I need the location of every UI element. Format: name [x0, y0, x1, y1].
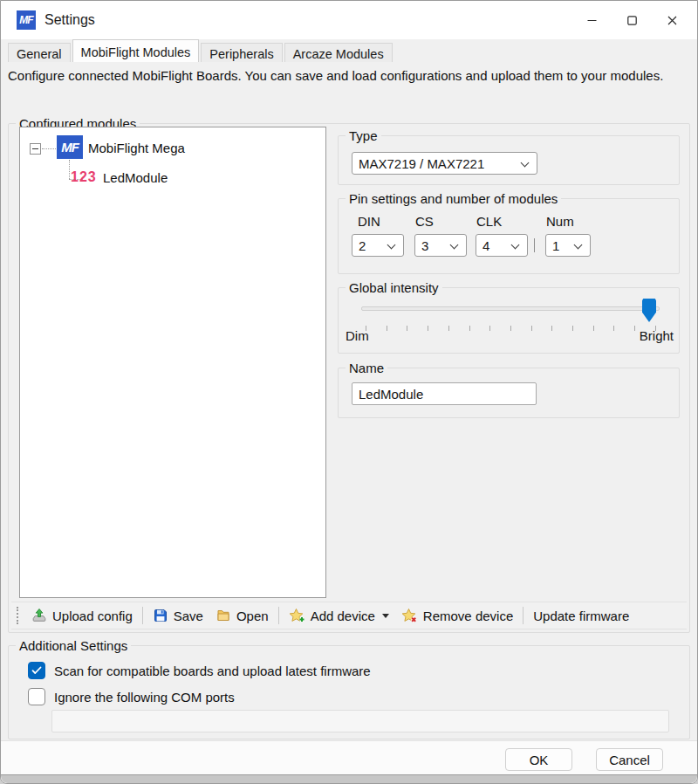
tab-peripherals[interactable]: Peripherals [201, 43, 282, 62]
name-label: Name [346, 361, 387, 375]
upload-config-button[interactable]: Upload config [25, 604, 139, 627]
upload-config-label: Upload config [52, 609, 133, 623]
name-groupbox: Name LedModule [338, 368, 680, 418]
dialog-footer: OK Cancel [1, 740, 697, 776]
type-combobox-value: MAX7219 / MAX7221 [359, 156, 484, 171]
intensity-min-label: Dim [346, 328, 369, 343]
additional-settings-label: Additional Settings [16, 638, 131, 653]
toolbar-grip-icon [17, 607, 18, 624]
cancel-button[interactable]: Cancel [596, 748, 663, 771]
close-icon [667, 16, 677, 25]
add-device-label: Add device [311, 609, 375, 623]
tab-page-mobiflight-modules: Configure connected MobiFlight Boards. Y… [1, 62, 697, 783]
close-button[interactable] [652, 1, 692, 39]
titlebar: MF Settings [1, 1, 697, 39]
din-combobox[interactable]: 2 [352, 234, 404, 257]
save-icon [153, 608, 168, 623]
chevron-down-icon [511, 241, 520, 250]
num-combobox[interactable]: 1 [545, 234, 591, 257]
configured-modules-groupbox: Configured modules MF MobiFlight Mega 12… [8, 123, 690, 633]
check-icon [31, 666, 42, 675]
clk-label: CLK [476, 214, 502, 229]
global-intensity-groupbox: Global intensity Dim Bright [338, 287, 680, 354]
window-controls [571, 1, 692, 39]
chevron-down-icon [387, 241, 396, 250]
num-combobox-value: 1 [552, 238, 559, 253]
cs-combobox-value: 3 [421, 238, 428, 253]
type-combobox[interactable]: MAX7219 / MAX7221 [352, 152, 537, 175]
scan-boards-row: Scan for compatible boards and upload la… [28, 662, 371, 679]
remove-device-label: Remove device [423, 609, 513, 623]
ignore-com-checkbox[interactable] [28, 688, 45, 705]
type-groupbox: Type MAX7219 / MAX7221 [338, 135, 680, 185]
type-label: Type [346, 128, 381, 143]
open-label: Open [236, 609, 269, 623]
add-device-star-icon [289, 608, 305, 623]
pin-settings-groupbox: Pin settings and number of modules DIN C… [338, 198, 680, 274]
maximize-icon [627, 16, 637, 25]
intensity-slider-ticks [366, 326, 656, 331]
window-bottom-edge [1, 774, 697, 783]
pin-separator [534, 238, 535, 252]
led-module-icon: 123 [71, 169, 97, 185]
dropdown-caret-icon [382, 614, 389, 618]
chevron-down-icon [450, 241, 459, 250]
cs-combobox[interactable]: 3 [414, 234, 467, 257]
tree-node-mobiflight-mega[interactable]: MF MobiFlight Mega [20, 134, 325, 162]
num-label: Num [546, 214, 574, 229]
tree-node-label: MobiFlight Mega [88, 141, 185, 155]
clk-combobox[interactable]: 4 [476, 234, 528, 257]
page-description: Configure connected MobiFlight Boards. Y… [8, 68, 684, 84]
minimize-button[interactable] [571, 1, 612, 39]
add-device-button[interactable]: Add device [283, 604, 395, 627]
minimize-icon [587, 16, 597, 25]
tab-arcaze-modules[interactable]: Arcaze Modules [284, 43, 393, 62]
additional-settings-groupbox: Additional Settings Scan for compatible … [8, 645, 690, 739]
mobiflight-board-icon: MF [57, 135, 83, 159]
intensity-slider-track[interactable] [361, 306, 660, 311]
settings-window: MF Settings General MobiFlight Modules P… [0, 0, 698, 784]
cs-label: CS [415, 214, 434, 229]
scan-boards-label: Scan for compatible boards and upload la… [54, 664, 371, 678]
chevron-down-icon [574, 241, 583, 250]
open-folder-icon [216, 608, 231, 623]
tabstrip: General MobiFlight Modules Peripherals A… [1, 39, 697, 62]
upload-config-icon [31, 608, 47, 623]
update-firmware-label: Update firmware [533, 609, 629, 623]
tab-mobiflight-modules[interactable]: MobiFlight Modules [72, 39, 200, 62]
tree-node-ledmodule[interactable]: 123 LedModule [20, 167, 325, 189]
ignore-com-row: Ignore the following COM ports [28, 688, 235, 705]
tab-general[interactable]: General [8, 43, 71, 62]
din-label: DIN [358, 214, 380, 229]
module-name-value: LedModule [359, 387, 423, 402]
tree-expander-icon[interactable] [30, 143, 41, 155]
scan-boards-checkbox[interactable] [28, 662, 45, 679]
update-firmware-button[interactable]: Update firmware [527, 605, 635, 627]
open-button[interactable]: Open [209, 604, 275, 627]
ok-button[interactable]: OK [505, 748, 572, 771]
clk-combobox-value: 4 [482, 238, 489, 253]
window-title: Settings [44, 12, 95, 28]
save-button[interactable]: Save [147, 604, 209, 627]
toolbar-separator [278, 607, 279, 624]
save-label: Save [174, 609, 203, 623]
intensity-slider-thumb[interactable] [642, 299, 656, 322]
modules-toolbar: Upload config Save [11, 602, 687, 629]
tree-node-label: LedModule [103, 170, 168, 185]
com-ports-input [51, 710, 669, 732]
intensity-max-label: Bright [640, 328, 674, 343]
remove-device-button[interactable]: Remove device [395, 604, 519, 627]
din-combobox-value: 2 [359, 238, 366, 253]
toolbar-separator [142, 607, 143, 624]
app-logo-icon: MF [17, 10, 36, 30]
modules-tree[interactable]: MF MobiFlight Mega 123 LedModule [19, 127, 326, 598]
chevron-down-icon [521, 159, 530, 168]
ignore-com-label: Ignore the following COM ports [54, 690, 235, 705]
maximize-button[interactable] [612, 1, 652, 39]
toolbar-separator [523, 607, 524, 624]
pin-settings-label: Pin settings and number of modules [346, 191, 561, 206]
global-intensity-label: Global intensity [346, 280, 442, 295]
module-name-input[interactable]: LedModule [352, 382, 537, 405]
remove-device-star-icon [401, 608, 418, 623]
